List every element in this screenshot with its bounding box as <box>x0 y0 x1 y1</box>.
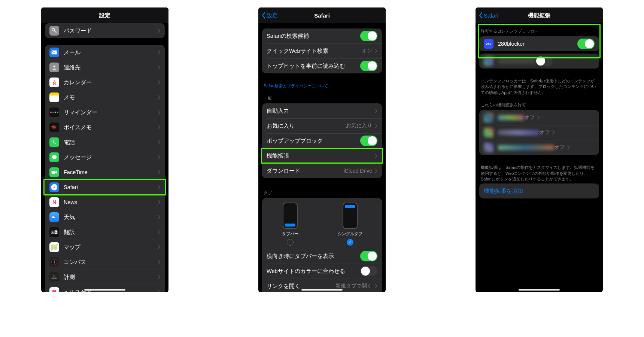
chevron-icon <box>537 115 540 120</box>
settings-row-safari[interactable]: Safari <box>45 180 165 195</box>
toggle[interactable] <box>360 31 377 41</box>
row-1[interactable]: お気に入りお気に入り <box>262 118 382 133</box>
row-detail: オフ <box>524 114 535 121</box>
row-label: メモ <box>64 94 157 101</box>
row-label: メール <box>64 49 157 56</box>
tabs-row-1[interactable]: Webサイトのカラーに合わせる <box>262 264 382 279</box>
home-indicator[interactable] <box>301 289 343 291</box>
settings-row-contacts[interactable]: 連絡先 <box>45 60 165 75</box>
nav-title: Safari <box>314 12 330 19</box>
chevron-icon <box>157 170 160 174</box>
censored-row[interactable] <box>479 54 599 69</box>
tab-option-label: タブバー <box>282 231 298 237</box>
settings-row-notes[interactable]: メモ <box>45 90 165 105</box>
row-2[interactable]: ポップアップブロック <box>262 133 382 148</box>
row-label: カレンダー <box>64 79 157 86</box>
cal-icon: ●30 <box>49 78 59 87</box>
settings-row-measure[interactable]: 計測 <box>45 270 165 285</box>
chevron-icon <box>374 154 377 158</box>
settings-row-compass[interactable]: コンパス <box>45 255 165 270</box>
tab-option-top[interactable]: シングルタブ ✓ <box>338 203 362 246</box>
blocker-toggle[interactable] <box>577 39 595 49</box>
tab-preview-icon <box>343 203 358 229</box>
extensions-allow-group: オフ オフ オフ <box>479 110 599 155</box>
settings-row-ft[interactable]: FaceTime <box>45 165 165 180</box>
apps-group: メール連絡先●30カレンダーメモリマインダーボイスメモ電話メッセージFaceTi… <box>45 45 165 292</box>
row-label: 天気 <box>64 214 157 221</box>
settings-row-key[interactable]: パスワード <box>45 23 165 38</box>
chevron-icon <box>552 130 555 135</box>
chevron-icon <box>157 230 160 234</box>
row-label: Safariの検索候補 <box>267 33 360 40</box>
tab-style-picker: タブバー シングルタブ ✓ <box>262 198 382 249</box>
row-2[interactable]: トップヒットを事前に読み込む <box>262 58 382 73</box>
censored-icon <box>484 143 493 152</box>
chevron-icon <box>157 65 160 70</box>
settings-row-rem[interactable]: リマインダー <box>45 105 165 120</box>
censored-icon <box>484 56 493 66</box>
row-0[interactable]: 自動入力 <box>262 103 382 118</box>
chevron-icon <box>157 140 160 145</box>
chevron-icon <box>157 125 160 130</box>
settings-row-translate[interactable]: あA翻訳 <box>45 225 165 240</box>
toggle[interactable] <box>360 251 377 261</box>
home-indicator[interactable] <box>84 289 125 291</box>
settings-row-maps[interactable]: マップ <box>45 240 165 255</box>
add-extensions-label: 機能拡張を追加 <box>484 188 595 195</box>
censored-toggle[interactable] <box>535 56 553 66</box>
settings-row-weather[interactable]: 天気 <box>45 210 165 225</box>
tabs-header: タブ <box>258 185 386 198</box>
row-label: 横向き時にタブバーを表示 <box>267 253 360 260</box>
row-0[interactable]: Safariの検索候補 <box>262 28 382 43</box>
row-label: ポップアップブロック <box>267 137 360 145</box>
censored-label <box>498 115 524 120</box>
radio-icon[interactable]: ✓ <box>347 239 353 246</box>
tabs-row-0[interactable]: 横向き時にタブバーを表示 <box>262 249 382 264</box>
chevron-icon <box>157 245 160 249</box>
back-button[interactable]: 設定 <box>261 12 278 19</box>
settings-row-voice[interactable]: ボイスメモ <box>45 120 165 135</box>
settings-row-news[interactable]: NNews <box>45 195 165 210</box>
home-indicator[interactable] <box>519 289 560 291</box>
settings-row-health[interactable]: ヘルスケア <box>45 285 165 292</box>
settings-list[interactable]: パスワードメール連絡先●30カレンダーメモリマインダーボイスメモ電話メッセージF… <box>41 23 168 292</box>
toggle[interactable] <box>360 266 377 276</box>
row-label: FaceTime <box>64 169 157 175</box>
msg-icon <box>49 152 59 162</box>
censored-ext-row[interactable]: オフ <box>479 110 599 125</box>
settings-row-mail[interactable]: メール <box>45 45 165 60</box>
row-1[interactable]: クイックWebサイト検索オン <box>262 43 382 58</box>
navbar: 設定 <box>41 7 168 23</box>
settings-row-phone[interactable]: 電話 <box>45 135 165 150</box>
extensions-list[interactable]: 許可するコンテンツブロッカー 280 280blocker コンテンツブロッカー… <box>476 23 603 292</box>
tab-option-label: シングルタブ <box>338 231 362 237</box>
passwords-group: パスワード <box>45 23 165 38</box>
row-4[interactable]: ダウンロードiCloud Drive <box>262 163 382 178</box>
row-3[interactable]: 機能拡張 <box>262 148 382 163</box>
add-extensions-row[interactable]: 機能拡張を追加 <box>479 183 599 198</box>
toggle[interactable] <box>360 136 377 146</box>
censored-ext-row[interactable]: オフ <box>479 140 599 155</box>
svg-point-12 <box>53 274 55 277</box>
tab-option-bottom[interactable]: タブバー <box>282 203 298 246</box>
censored-ext-row[interactable]: オフ <box>479 125 599 140</box>
settings-row-msg[interactable]: メッセージ <box>45 150 165 165</box>
news-icon: N <box>49 197 59 207</box>
svg-rect-1 <box>52 51 57 55</box>
measure-icon <box>49 272 59 282</box>
row-label: 連絡先 <box>64 64 157 71</box>
censored-label <box>498 145 554 150</box>
chevron-icon <box>157 110 160 115</box>
svg-rect-3 <box>52 171 55 174</box>
radio-icon[interactable] <box>287 239 294 246</box>
toggle[interactable] <box>360 61 377 71</box>
settings-row-cal[interactable]: ●30カレンダー <box>45 75 165 90</box>
safari-settings-list[interactable]: Safariの検索候補クイックWebサイト検索オントップヒットを事前に読み込む … <box>258 23 386 292</box>
chevron-icon <box>157 155 160 160</box>
back-button[interactable]: Safari <box>479 12 498 19</box>
row-label: パスワード <box>64 27 157 34</box>
blocker-280-row[interactable]: 280 280blocker <box>479 36 599 51</box>
row-label: リンクを開く <box>267 283 335 290</box>
search-privacy-link[interactable]: Safari検索とプライバシーについて... <box>258 80 386 90</box>
row-label: 翻訳 <box>64 229 157 236</box>
